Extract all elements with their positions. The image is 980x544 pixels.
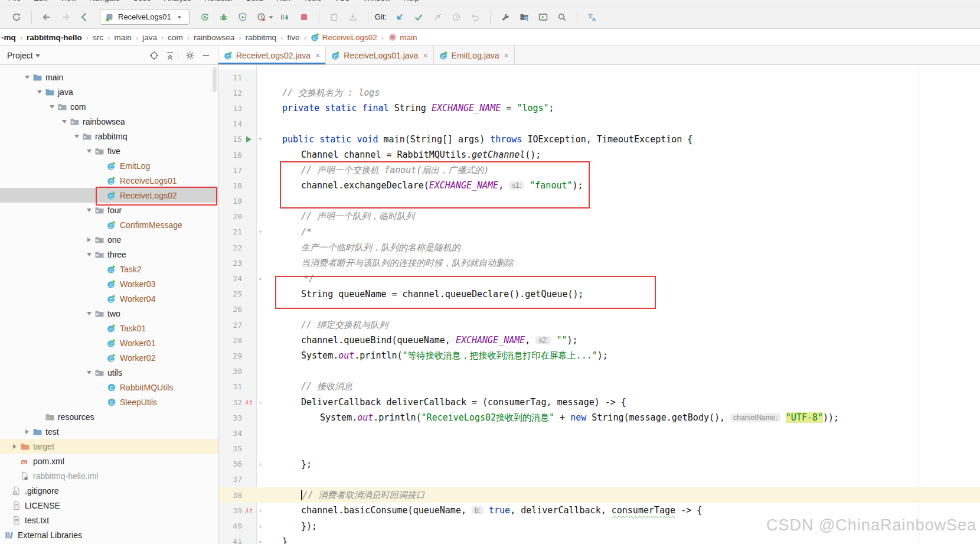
- tree-item-three[interactable]: three: [0, 247, 218, 262]
- run-anything-button[interactable]: [536, 10, 550, 24]
- rerun-button[interactable]: [198, 10, 212, 24]
- lambda-gutter-icon[interactable]: λ: [242, 395, 255, 410]
- translate-button[interactable]: 文A: [585, 10, 599, 24]
- caret-down-button[interactable]: [267, 10, 275, 24]
- fold-marker-icon[interactable]: ▿: [255, 136, 266, 142]
- line-number[interactable]: 39: [218, 506, 242, 515]
- code-line-31[interactable]: 31// 接收消息: [218, 379, 980, 395]
- line-number[interactable]: 21: [218, 227, 242, 236]
- line-number[interactable]: 16: [218, 151, 242, 159]
- line-number[interactable]: 29: [218, 351, 242, 360]
- breadcrumb-item-rabbitmq-hello[interactable]: rabbitmq-hello: [27, 33, 82, 42]
- line-number[interactable]: 12: [218, 89, 242, 97]
- line-number[interactable]: 41: [218, 537, 242, 544]
- menu-item-vcs[interactable]: VCS: [334, 0, 350, 2]
- code-line-20[interactable]: 20// 声明一个队列，临时队列: [218, 209, 980, 224]
- tab-emitlog-java[interactable]: CEmitLog.java×: [434, 46, 515, 64]
- line-number[interactable]: 17: [218, 166, 242, 175]
- fold-marker-icon[interactable]: ▵: [255, 275, 266, 282]
- fold-marker-icon[interactable]: ▿: [255, 229, 266, 235]
- chevron-down-icon[interactable]: [35, 54, 40, 57]
- code-line-13[interactable]: 13private static final String EXCHANGE_N…: [218, 100, 980, 116]
- tree-item-java[interactable]: java: [0, 84, 218, 99]
- line-number[interactable]: 11: [218, 73, 242, 82]
- code-line-19[interactable]: 19: [218, 194, 980, 209]
- code-line-37[interactable]: 37: [218, 472, 980, 487]
- code-line-16[interactable]: 16Channel channel = RabbitMQUtils.getCha…: [218, 147, 980, 162]
- tree-item--gitignore[interactable]: .gitignore: [0, 483, 218, 498]
- code-line-24[interactable]: 24▵*/: [218, 271, 980, 286]
- fold-marker-icon[interactable]: ▵: [255, 523, 266, 529]
- forward-button[interactable]: [58, 10, 73, 24]
- code-line-23[interactable]: 23当消费者断开与该队列的连接的时候，队列就自动删除: [218, 255, 980, 271]
- tree-item-rainbowsea[interactable]: rainbowsea: [0, 114, 218, 129]
- tree-item-worker02[interactable]: CWorker02: [0, 350, 218, 365]
- git-update-button[interactable]: [393, 10, 407, 24]
- code-line-41[interactable]: 41▵}: [218, 534, 980, 544]
- line-number[interactable]: 40: [218, 522, 242, 530]
- close-icon[interactable]: ×: [423, 51, 427, 60]
- line-number[interactable]: 13: [218, 104, 242, 113]
- breadcrumb-item-java[interactable]: java: [142, 33, 157, 42]
- tree-item-receivelogs01[interactable]: CReceiveLogs01: [0, 173, 218, 188]
- code-line-17[interactable]: 17// 声明一个交换机 fanout(扇出，广播式的): [218, 162, 980, 178]
- line-number[interactable]: 30: [218, 367, 242, 376]
- line-number[interactable]: 36: [218, 460, 242, 468]
- fold-marker-icon[interactable]: ▿: [255, 507, 266, 514]
- clipboard-dim-button[interactable]: [327, 10, 341, 24]
- breadcrumb-item-main[interactable]: main: [115, 33, 132, 42]
- code-line-12[interactable]: 12// 交换机名为 : logs: [218, 85, 980, 100]
- line-number[interactable]: 14: [218, 119, 242, 128]
- code-line-18[interactable]: 18channel.exchangeDeclare(EXCHANGE_NAME,…: [218, 178, 980, 193]
- menu-item-edit[interactable]: Edit: [34, 0, 47, 2]
- tree-item-rabbitmqutils[interactable]: CRabbitMQUtils: [0, 380, 218, 395]
- tab-receivelogs02-java[interactable]: CReceiveLogs02.java×: [218, 46, 326, 64]
- tree-collapsed-arrow-icon[interactable]: [23, 429, 31, 434]
- back-button[interactable]: [40, 10, 54, 24]
- collapse-all-button[interactable]: [164, 50, 176, 61]
- menu-item-help[interactable]: Help: [403, 0, 419, 2]
- line-number[interactable]: 23: [218, 259, 242, 268]
- line-number[interactable]: 26: [218, 305, 242, 314]
- settings-gear-button[interactable]: [184, 50, 196, 61]
- fold-marker-icon[interactable]: ▿: [255, 399, 266, 406]
- tree-expanded-arrow-icon[interactable]: [85, 312, 93, 315]
- tree-item-sleeputils[interactable]: CSleepUtils: [0, 395, 218, 409]
- lambda-icon[interactable]: λ: [244, 506, 253, 515]
- line-number[interactable]: 24: [218, 274, 242, 283]
- code-line-28[interactable]: 28channel.queueBind(queueName, EXCHANGE_…: [218, 333, 980, 348]
- line-number[interactable]: 35: [218, 444, 242, 453]
- tree-item-resources[interactable]: resources: [0, 409, 218, 424]
- line-number[interactable]: 15: [218, 135, 242, 144]
- tree-item-com[interactable]: com: [0, 99, 218, 114]
- fold-marker-icon[interactable]: ▵: [255, 461, 266, 467]
- close-icon[interactable]: ×: [504, 51, 509, 60]
- tree-item-main[interactable]: main: [0, 70, 218, 84]
- tree-item-five[interactable]: five: [0, 144, 218, 158]
- tree-collapsed-arrow-icon[interactable]: [85, 237, 93, 242]
- tree-item-pom-xml[interactable]: mpom.xml: [0, 454, 218, 468]
- tree-item-receivelogs02[interactable]: CReceiveLogs02: [0, 188, 218, 203]
- undo-dim-button[interactable]: [468, 10, 482, 24]
- menu-item-tools[interactable]: Tools: [303, 0, 321, 2]
- code-line-38[interactable]: 38// 消费者取消消息时回调接口: [218, 487, 980, 503]
- download-dim-button[interactable]: [346, 10, 360, 24]
- code-line-36[interactable]: 36▵};: [218, 457, 980, 472]
- tree-item-task2[interactable]: CTask2: [0, 262, 218, 276]
- tree-item-rabbitmq[interactable]: rabbitmq: [0, 129, 218, 144]
- project-structure-button[interactable]: [517, 10, 531, 24]
- wrench-button[interactable]: [498, 10, 512, 24]
- code-line-30[interactable]: 30: [218, 364, 980, 379]
- tree-collapsed-arrow-icon[interactable]: [11, 444, 19, 449]
- project-scrollbar[interactable]: [213, 67, 217, 92]
- locate-button[interactable]: [148, 50, 160, 61]
- breadcrumb-item-rainbowsea[interactable]: rainbowsea: [194, 33, 234, 42]
- tree-item-worker03[interactable]: CWorker03: [0, 276, 218, 291]
- line-number[interactable]: 38: [218, 491, 242, 500]
- breadcrumb-item-src[interactable]: src: [93, 33, 103, 42]
- line-number[interactable]: 34: [218, 429, 242, 438]
- menu-item-build[interactable]: Build: [246, 0, 263, 2]
- tree-item-test[interactable]: test: [0, 424, 218, 439]
- line-number[interactable]: 28: [218, 336, 242, 345]
- breadcrumb-item-com[interactable]: com: [168, 33, 183, 42]
